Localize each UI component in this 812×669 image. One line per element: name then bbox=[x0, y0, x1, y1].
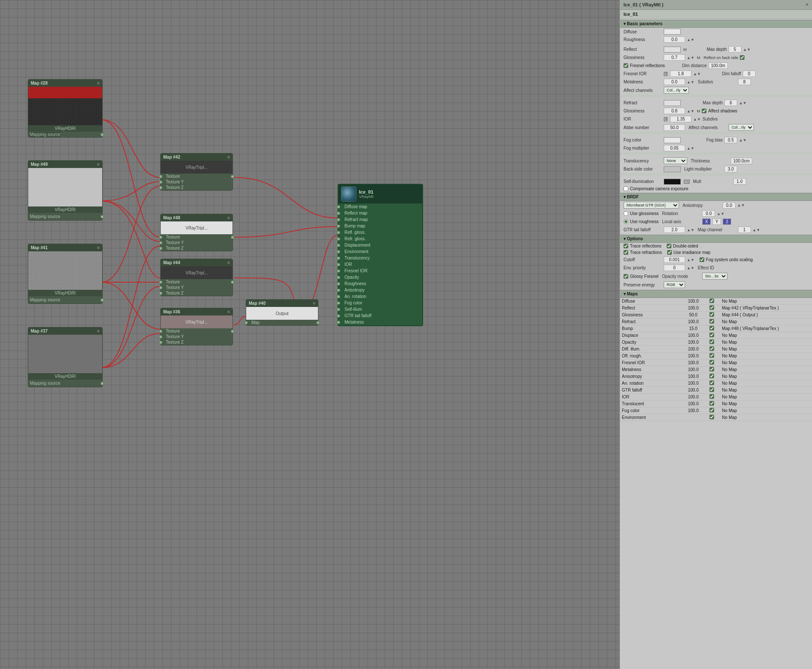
section-basic-params[interactable]: Basic parameters bbox=[620, 20, 812, 28]
refract-color-swatch[interactable] bbox=[664, 100, 681, 106]
map-checkbox-cell-15[interactable] bbox=[708, 401, 720, 407]
map-value-13[interactable]: 100.0 bbox=[679, 387, 708, 394]
node-map44[interactable]: Map #44 ≡ VRayTripl... Texture Texture Y… bbox=[160, 259, 233, 296]
node-map44-menu[interactable]: ≡ bbox=[227, 260, 230, 265]
map-channel-spinner[interactable]: ▲▼ bbox=[753, 229, 760, 231]
local-axis-x-btn[interactable]: X bbox=[702, 218, 711, 225]
map-checkbox-cell-1[interactable] bbox=[708, 305, 720, 312]
map-value-2[interactable]: 50.0 bbox=[679, 312, 708, 318]
trace-refractions-checkbox[interactable] bbox=[624, 250, 628, 255]
map-checkbox-cell-6[interactable] bbox=[708, 339, 720, 346]
map-name-4[interactable]: Map #48 ( VRayTriplanarTex ) bbox=[720, 325, 812, 332]
param-ior-value[interactable]: 1.35 bbox=[670, 116, 691, 122]
maxdepth-spinner[interactable]: ▲▼ bbox=[743, 48, 751, 51]
map-value-15[interactable]: 100.0 bbox=[679, 401, 708, 407]
node-map49-header[interactable]: Map #49 ≡ bbox=[28, 161, 102, 168]
map-value-8[interactable]: 100.0 bbox=[679, 353, 708, 360]
node-map42-header[interactable]: Map #42 ≡ bbox=[161, 153, 232, 161]
node-map48[interactable]: Map #48 ≡ VRayTripl... Texture Texture Y… bbox=[160, 214, 233, 251]
env-priority-value[interactable]: 0 bbox=[664, 265, 685, 271]
trace-reflections-checkbox[interactable] bbox=[624, 244, 628, 248]
map-channel-value[interactable]: 1 bbox=[738, 227, 751, 233]
param-glossiness-value[interactable]: 0.7 bbox=[664, 54, 685, 61]
map-value-4[interactable]: 15.0 bbox=[679, 325, 708, 332]
map-checkbox-5[interactable] bbox=[709, 333, 714, 337]
map-value-1[interactable]: 100.0 bbox=[679, 305, 708, 312]
map-value-0[interactable]: 100.0 bbox=[679, 298, 708, 305]
map-checkbox-3[interactable] bbox=[709, 319, 714, 324]
panel-close-button[interactable]: × bbox=[806, 2, 809, 8]
cutoff-spinner[interactable]: ▲▼ bbox=[687, 259, 694, 261]
subdivs-value[interactable]: 8 bbox=[738, 79, 751, 85]
map-name-8[interactable]: No Map bbox=[720, 353, 812, 360]
map-checkbox-cell-12[interactable] bbox=[708, 380, 720, 387]
use-glossiness-radio[interactable] bbox=[624, 211, 628, 216]
node-ice01-header[interactable]: Ice_01 VRayMtl bbox=[338, 185, 422, 203]
map-name-1[interactable]: Map #42 ( VRayTriplanarTex ) bbox=[720, 305, 812, 312]
map-value-7[interactable]: 100.0 bbox=[679, 346, 708, 353]
light-mult-value[interactable]: 3.0 bbox=[724, 166, 737, 172]
map-checkbox-1[interactable] bbox=[709, 305, 714, 310]
map-value-3[interactable]: 100.0 bbox=[679, 318, 708, 325]
node-ice01[interactable]: Ice_01 VRayMtl Diffuse map Reflect map R… bbox=[338, 184, 423, 326]
param-fog-mult-value[interactable]: 0.05 bbox=[664, 145, 685, 151]
map-value-5[interactable]: 100.0 bbox=[679, 332, 708, 339]
node-map28-header[interactable]: Map #28 ≡ bbox=[28, 80, 102, 87]
map-checkbox-17[interactable] bbox=[709, 415, 714, 419]
map-name-10[interactable]: No Map bbox=[720, 366, 812, 373]
map-checkbox-cell-2[interactable] bbox=[708, 312, 720, 318]
fog-system-checkbox[interactable] bbox=[700, 257, 704, 262]
fog-bias-spinner[interactable]: ▲▼ bbox=[739, 139, 747, 141]
node-map41-menu[interactable]: ≡ bbox=[97, 245, 100, 250]
refract-gloss-spinner[interactable]: ▲▼ bbox=[687, 110, 694, 112]
glossy-fresnel-checkbox[interactable] bbox=[624, 274, 628, 279]
section-options[interactable]: Options bbox=[620, 235, 812, 243]
map-value-10[interactable]: 100.0 bbox=[679, 366, 708, 373]
gtr-falloff-spinner[interactable]: ▲▼ bbox=[687, 229, 694, 231]
node-map42-menu[interactable]: ≡ bbox=[227, 155, 230, 159]
rotation-value[interactable]: 0.0 bbox=[702, 210, 715, 217]
node-map48-header[interactable]: Map #48 ≡ bbox=[161, 214, 232, 221]
anisotropy-value[interactable]: 0.0 bbox=[723, 202, 736, 209]
param-abbe-value[interactable]: 50.0 bbox=[664, 124, 685, 131]
reflect-color-swatch[interactable] bbox=[664, 47, 681, 53]
map-value-9[interactable]: 100.0 bbox=[679, 360, 708, 366]
node-map44-header[interactable]: Map #44 ≡ bbox=[161, 259, 232, 266]
map-checkbox-11[interactable] bbox=[709, 374, 714, 378]
map-checkbox-4[interactable] bbox=[709, 326, 714, 330]
map-value-12[interactable]: 100.0 bbox=[679, 380, 708, 387]
map-name-9[interactable]: No Map bbox=[720, 360, 812, 366]
map-checkbox-16[interactable] bbox=[709, 408, 714, 413]
node-map48-menu[interactable]: ≡ bbox=[227, 215, 230, 220]
fog-mult-spinner[interactable]: ▲▼ bbox=[687, 147, 694, 150]
selfillum-color-swatch[interactable] bbox=[664, 179, 681, 185]
map-name-16[interactable]: No Map bbox=[720, 407, 812, 414]
gtr-falloff-value[interactable]: 2.0 bbox=[664, 227, 685, 233]
map-checkbox-cell-14[interactable] bbox=[708, 394, 720, 401]
param-roughness-value[interactable]: 0.0 bbox=[664, 36, 685, 43]
preserve-energy-select[interactable]: RGB bbox=[664, 281, 685, 288]
node-map28[interactable]: Map #28 ≡ VRayHDRI Mapping source bbox=[28, 79, 103, 138]
map-checkbox-9[interactable] bbox=[709, 360, 714, 365]
node-map42[interactable]: Map #42 ≡ VRayTripl... Texture Texture Y… bbox=[160, 153, 233, 191]
anisotropy-spinner[interactable]: ▲▼ bbox=[737, 204, 745, 206]
map-checkbox-cell-16[interactable] bbox=[708, 407, 720, 414]
map-checkbox-cell-10[interactable] bbox=[708, 366, 720, 373]
map-checkbox-7[interactable] bbox=[709, 346, 714, 351]
map-name-12[interactable]: No Map bbox=[720, 380, 812, 387]
node-map36[interactable]: Map #36 ≡ VRayTripl... Texture Texture Y… bbox=[160, 308, 233, 345]
diffuse-color-swatch[interactable] bbox=[664, 29, 681, 35]
use-irradiance-checkbox[interactable] bbox=[667, 250, 672, 255]
node-map41[interactable]: Map #41 ≡ VRayHDRI Mapping source bbox=[28, 244, 103, 304]
map-name-2[interactable]: Map #44 ( Output ) bbox=[720, 312, 812, 318]
node-map37-header[interactable]: Map #37 ≡ bbox=[28, 327, 102, 335]
map-name-17[interactable]: No Map bbox=[720, 414, 812, 421]
node-canvas[interactable]: Map #28 ≡ VRayHDRI Mapping source Map #4… bbox=[0, 0, 620, 669]
map-checkbox-cell-4[interactable] bbox=[708, 325, 720, 332]
node-map37[interactable]: Map #37 ≡ VRayHDRI Mapping source bbox=[28, 327, 103, 387]
opacity-mode-select[interactable]: Sto…bc bbox=[702, 273, 727, 280]
map-value-14[interactable]: 100.0 bbox=[679, 394, 708, 401]
use-roughness-radio[interactable] bbox=[624, 219, 628, 224]
map-checkbox-cell-11[interactable] bbox=[708, 373, 720, 380]
translucency-select[interactable]: None bbox=[664, 157, 687, 164]
